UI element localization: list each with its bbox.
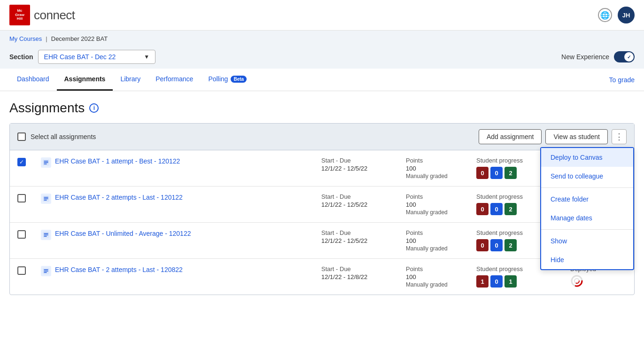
points-label-4: Points <box>406 265 476 272</box>
assignment-date-cell-1: Start - Due 12/1/22 - 12/5/22 <box>321 157 406 172</box>
points-sub-1: Manually graded <box>406 173 476 179</box>
polling-label: Polling <box>208 75 228 83</box>
new-experience-label: New Experience <box>561 53 609 61</box>
breadcrumb-separator: | <box>46 35 47 42</box>
show-item[interactable]: Show <box>541 232 633 250</box>
view-as-student-button[interactable]: View as student <box>545 129 608 144</box>
tab-dashboard[interactable]: Dashboard <box>9 69 57 91</box>
new-experience-toggle[interactable]: ✓ <box>614 51 635 62</box>
header-buttons: Add assignment View as student ⋮ Deploy … <box>479 129 627 144</box>
points-sub-2: Manually graded <box>406 209 476 216</box>
assignment-link-1[interactable]: EHR Case BAT - 1 attempt - Best - 120122 <box>41 157 321 168</box>
assignment-type-icon-3 <box>41 230 51 240</box>
breadcrumb: My Courses | December 2022 BAT <box>0 31 644 45</box>
assignment-link-2[interactable]: EHR Case BAT - 2 attempts - Last - 12012… <box>41 193 321 204</box>
header: McGrawHill connect 🌐 JH <box>0 0 644 31</box>
assignment-checkbox-4[interactable] <box>17 266 26 275</box>
tab-assignments[interactable]: Assignments <box>57 69 113 91</box>
section-dropdown[interactable]: EHR Case BAT - Dec 22 ▼ <box>38 50 156 64</box>
progress-badge-blue-2: 0 <box>490 203 503 215</box>
assignment-title-cell-3: EHR Case BAT - Unlimited - Average - 120… <box>41 229 321 240</box>
assignment-title-text-4: EHR Case BAT - 2 attempts - Last - 12082… <box>55 265 183 275</box>
assignment-checkbox-2[interactable] <box>17 194 26 202</box>
assignment-title-text-3: EHR Case BAT - Unlimited - Average - 120… <box>55 229 191 239</box>
user-avatar[interactable]: JH <box>618 7 635 23</box>
dropdown-divider-2 <box>541 229 633 230</box>
select-all-label: Select all assignments <box>31 133 96 140</box>
assignment-date-cell-2: Start - Due 12/1/22 - 12/5/22 <box>321 193 406 208</box>
dropdown-divider-1 <box>541 187 633 188</box>
assignment-type-icon-4 <box>41 266 51 276</box>
row-checkbox-cell <box>17 193 41 202</box>
points-label-2: Points <box>406 193 476 200</box>
progress-badge-blue-4: 0 <box>490 275 503 288</box>
breadcrumb-current: December 2022 BAT <box>51 35 108 42</box>
nav-left: Dashboard Assignments Library Performanc… <box>9 69 254 91</box>
tab-library[interactable]: Library <box>113 69 148 91</box>
assignment-link-4[interactable]: EHR Case BAT - 2 attempts - Last - 12082… <box>41 265 321 276</box>
toggle-knob: ✓ <box>624 52 634 62</box>
date-label-1: Start - Due <box>321 157 406 164</box>
section-row: Section EHR Case BAT - Dec 22 ▼ New Expe… <box>0 45 644 69</box>
assignment-checkbox-1[interactable]: ✓ <box>17 158 26 166</box>
send-to-colleague-item[interactable]: Send to colleague <box>541 167 633 186</box>
add-assignment-button[interactable]: Add assignment <box>479 129 542 144</box>
tab-performance[interactable]: Performance <box>148 69 201 91</box>
nav-tabs: Dashboard Assignments Library Performanc… <box>0 69 644 91</box>
dropdown-menu: Deploy to Canvas Send to colleague Creat… <box>540 147 634 270</box>
assignment-title-cell-2: EHR Case BAT - 2 attempts - Last - 12012… <box>41 193 321 204</box>
date-value-4: 12/1/22 - 12/8/22 <box>321 273 406 280</box>
select-all-area: Select all assignments <box>17 132 96 141</box>
to-grade-link[interactable]: To grade <box>609 70 635 90</box>
assignment-title-text-2: EHR Case BAT - 2 attempts - Last - 12012… <box>55 193 183 202</box>
connect-text: connect <box>34 8 75 23</box>
progress-badge-red-4: 1 <box>476 275 489 288</box>
progress-badge-red-2: 0 <box>476 203 489 215</box>
header-right: 🌐 JH <box>598 7 635 23</box>
assignment-date-cell-4: Start - Due 12/1/22 - 12/8/22 <box>321 265 406 280</box>
progress-badge-green-4: 1 <box>504 275 517 288</box>
assignment-points-cell-3: Points 100 Manually graded <box>406 229 476 252</box>
chevron-down-icon: ▼ <box>144 54 149 60</box>
assignments-header: Select all assignments Add assignment Vi… <box>10 124 634 150</box>
assignment-type-icon-1 <box>41 157 51 168</box>
section-selected-value: EHR Case BAT - Dec 22 <box>44 53 116 61</box>
assignment-title-cell-1: EHR Case BAT - 1 attempt - Best - 120122 <box>41 157 321 168</box>
my-courses-link[interactable]: My Courses <box>9 35 42 42</box>
row-checkbox-cell <box>17 229 41 239</box>
points-value-1: 100 <box>406 165 476 172</box>
manage-dates-item[interactable]: Manage dates <box>541 209 633 227</box>
assignment-link-3[interactable]: EHR Case BAT - Unlimited - Average - 120… <box>41 229 321 240</box>
progress-badge-blue-1: 0 <box>490 167 503 179</box>
date-value-1: 12/1/22 - 12/5/22 <box>321 165 406 172</box>
assignment-points-cell-1: Points 100 Manually graded <box>406 157 476 179</box>
hide-item[interactable]: Hide <box>541 250 633 269</box>
globe-icon[interactable]: 🌐 <box>598 8 612 22</box>
checkmark-icon: ✓ <box>627 54 631 60</box>
assignment-title-text-1: EHR Case BAT - 1 attempt - Best - 120122 <box>55 157 180 166</box>
main-content: Assignments i Select all assignments Add… <box>0 91 644 295</box>
create-folder-item[interactable]: Create folder <box>541 190 633 209</box>
more-options-button[interactable]: ⋮ <box>612 129 627 144</box>
logo-area: McGrawHill connect <box>9 5 75 25</box>
date-label-4: Start - Due <box>321 265 406 272</box>
points-value-3: 100 <box>406 237 476 244</box>
progress-badge-green-3: 2 <box>504 239 517 251</box>
date-label-3: Start - Due <box>321 229 406 236</box>
tab-polling[interactable]: Polling Beta <box>201 69 254 91</box>
deploy-to-canvas-item[interactable]: Deploy to Canvas <box>541 148 633 167</box>
progress-badge-blue-3: 0 <box>490 239 503 251</box>
points-sub-3: Manually graded <box>406 245 476 252</box>
section-label: Section <box>9 53 33 61</box>
progress-badges-4: 1 0 1 <box>476 275 570 288</box>
info-icon[interactable]: i <box>89 103 99 113</box>
progress-badge-red-3: 0 <box>476 239 489 251</box>
assignment-date-cell-3: Start - Due 12/1/22 - 12/5/22 <box>321 229 406 244</box>
select-all-checkbox[interactable] <box>17 132 26 141</box>
progress-badge-green-1: 2 <box>504 167 517 179</box>
date-value-3: 12/1/22 - 12/5/22 <box>321 237 406 244</box>
points-sub-4: Manually graded <box>406 281 476 288</box>
assignment-checkbox-3[interactable] <box>17 230 26 239</box>
new-experience-toggle-area: New Experience ✓ <box>561 51 635 62</box>
date-value-2: 12/1/22 - 12/5/22 <box>321 201 406 208</box>
